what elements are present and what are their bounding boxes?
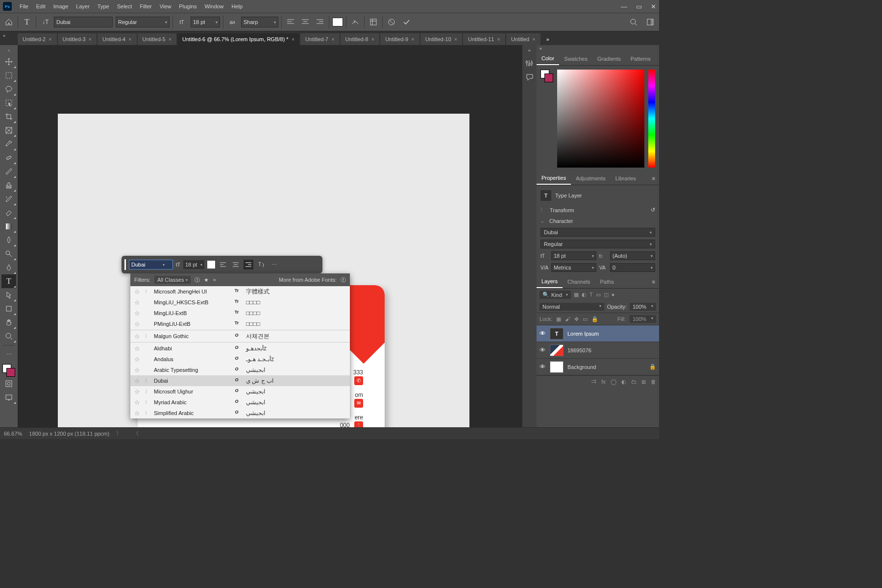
rail-expand-icon[interactable]: « (528, 48, 531, 53)
lock-pixels-icon[interactable]: 🖌 (565, 316, 570, 322)
tab-close-icon[interactable]: × (497, 36, 500, 42)
zoom-level[interactable]: 66.67% (4, 431, 22, 437)
object-selection-tool[interactable] (1, 96, 16, 110)
layer-item[interactable]: 👁18695076 (537, 342, 659, 359)
opacity-input[interactable]: 100%▾ (630, 303, 656, 311)
font-row[interactable]: ☆〉Myriad ArabicOابجيشي (130, 397, 350, 408)
filter-smart-icon[interactable]: ◫ (604, 292, 609, 298)
tab-close-icon[interactable]: × (292, 36, 294, 42)
font-row[interactable]: ☆〉Simplified ArabicOابجيشي (130, 408, 350, 418)
text-orientation-button[interactable]: ↓T (39, 16, 51, 28)
crop-tool[interactable] (1, 110, 16, 123)
comments-panel-icon[interactable] (526, 74, 534, 81)
visibility-icon[interactable]: 👁 (539, 330, 546, 337)
anti-alias-select[interactable]: Sharp▾ (241, 17, 278, 27)
lock-artboard-icon[interactable]: ▭ (583, 316, 588, 322)
adobe-fonts-icon[interactable]: ⓣ (341, 276, 346, 284)
prop-font-style[interactable]: Regular▾ (540, 240, 655, 248)
fg-bg-colors[interactable] (2, 364, 15, 377)
favorite-star-icon[interactable]: ☆ (134, 367, 140, 374)
ctx-color-swatch[interactable] (207, 261, 215, 269)
favorite-star-icon[interactable]: ☆ (134, 299, 140, 306)
font-family-select[interactable]: ▾ (54, 17, 113, 27)
tab-channels[interactable]: Channels (563, 276, 595, 288)
menu-window[interactable]: Window (200, 1, 227, 11)
font-row[interactable]: ☆AndalusOأبـجـد هـوـz (130, 354, 350, 365)
blend-mode-select[interactable]: Normal▾ (539, 303, 604, 311)
filter-toggle-icon[interactable]: ● (612, 292, 615, 298)
document-tab[interactable]: Untitled-6 @ 66.7% (Lorem Ipsum, RGB/8) … (177, 33, 299, 45)
history-brush-tool[interactable] (1, 192, 16, 206)
ctx-warp-button[interactable]: T (256, 260, 266, 270)
filter-adjustment-icon[interactable]: ◐ (582, 292, 587, 298)
tab-close-icon[interactable]: × (331, 36, 334, 42)
move-tool[interactable] (1, 55, 16, 69)
font-row[interactable]: ☆〉DubaiOاب ج ش ي (130, 375, 350, 386)
link-layers-icon[interactable]: ⮆ (591, 379, 596, 385)
fill-input[interactable]: 100%▾ (630, 315, 656, 323)
filter-type-icon[interactable]: T (589, 292, 593, 298)
font-class-select[interactable]: All Classes▾ (154, 276, 191, 284)
edit-toolbar-button[interactable]: ⋯ (1, 347, 16, 361)
visibility-icon[interactable]: 👁 (539, 363, 546, 370)
tab-close-icon[interactable]: × (454, 36, 457, 42)
color-spectrum[interactable] (557, 70, 644, 168)
minimize-button[interactable]: — (621, 3, 627, 10)
tab-paths[interactable]: Paths (595, 276, 619, 288)
align-right-button[interactable] (314, 16, 326, 28)
similar-filter-icon[interactable]: ≈ (213, 277, 216, 283)
properties-panel-menu[interactable]: ≡ (648, 175, 659, 181)
zoom-tool[interactable] (1, 329, 16, 343)
menu-view[interactable]: View (156, 1, 175, 11)
favorite-filter-icon[interactable]: ★ (204, 277, 209, 283)
adjustments-panel-icon[interactable] (525, 59, 534, 68)
align-center-button[interactable] (299, 16, 311, 28)
dodge-tool[interactable] (1, 247, 16, 261)
drag-handle-icon[interactable] (124, 259, 126, 270)
tab-close-icon[interactable]: × (532, 36, 535, 42)
timeline-arrow-icon[interactable]: 〈 (133, 430, 139, 437)
workspace-button[interactable] (644, 16, 656, 28)
menu-image[interactable]: Image (49, 1, 73, 11)
font-row[interactable]: ☆Arabic TypesettingOابجيشي (130, 365, 350, 375)
favorite-star-icon[interactable]: ☆ (134, 345, 140, 352)
layers-panel-menu[interactable]: ≡ (648, 279, 659, 285)
new-layer-icon[interactable]: ⊞ (641, 379, 646, 385)
group-icon[interactable]: 🗀 (631, 379, 637, 385)
font-row[interactable]: ☆PMingLiU-ExtBTr□□□□ (130, 318, 350, 329)
color-panel-menu[interactable]: ≡ (656, 56, 659, 62)
marquee-tool[interactable] (1, 69, 16, 82)
tab-close-icon[interactable]: × (49, 36, 51, 42)
color-picker[interactable] (537, 66, 659, 172)
ctx-more-button[interactable]: ⋯ (269, 260, 279, 270)
font-style-select[interactable]: Regular▾ (116, 17, 170, 27)
favorite-star-icon[interactable]: ☆ (134, 288, 140, 295)
menu-file[interactable]: File (16, 1, 32, 11)
document-tab[interactable]: Untitled-4× (98, 33, 137, 45)
commit-button[interactable] (400, 16, 412, 28)
menu-filter[interactable]: Filter (136, 1, 155, 11)
lasso-tool[interactable] (1, 82, 16, 96)
toolbox-expand-icon[interactable]: » (7, 48, 10, 53)
adjustment-layer-icon[interactable]: ◐ (621, 379, 626, 385)
font-row[interactable]: ☆MingLiU_HKSCS-ExtBTr□□□□ (130, 297, 350, 308)
brush-tool[interactable] (1, 165, 16, 178)
quick-mask-button[interactable] (1, 377, 16, 391)
text-color-swatch[interactable] (332, 18, 343, 26)
favorite-star-icon[interactable]: ☆ (134, 377, 140, 385)
hue-slider[interactable] (648, 70, 655, 168)
eyedropper-tool[interactable] (1, 137, 16, 151)
tab-patterns[interactable]: Patterns (626, 53, 656, 65)
tab-close-icon[interactable]: × (411, 36, 414, 42)
type-tool[interactable]: T (1, 274, 16, 288)
font-row[interactable]: ☆MingLiU-ExtBTr□□□□ (130, 308, 350, 318)
font-row[interactable]: ☆〉Microsoft UighurOابجيشي (130, 386, 350, 397)
prop-leading[interactable]: (Auto)▾ (610, 251, 655, 260)
filter-shape-icon[interactable]: ▭ (596, 292, 601, 298)
panels-expand-icon[interactable]: « (537, 45, 659, 52)
prop-font-size[interactable]: 18 pt▾ (551, 251, 596, 260)
menu-plugins[interactable]: Plugins (175, 1, 200, 11)
stamp-tool[interactable] (1, 178, 16, 192)
prop-font-family[interactable]: Dubai▾ (540, 228, 655, 237)
tab-gradients[interactable]: Gradients (592, 53, 626, 65)
